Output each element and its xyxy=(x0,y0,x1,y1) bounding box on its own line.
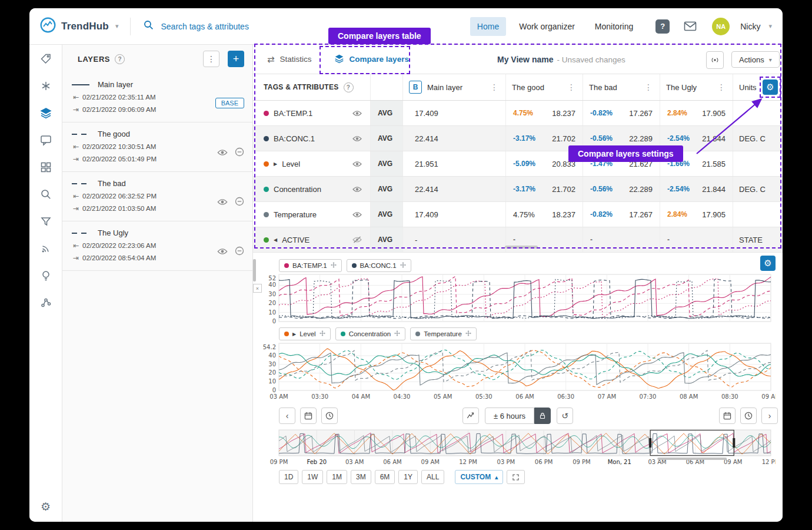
zoom-all-button[interactable]: ALL xyxy=(421,470,444,484)
comments-icon[interactable] xyxy=(40,134,52,146)
topbar-right: Home Work organizer Monitoring ? NA Nick… xyxy=(470,17,772,36)
time-range-button[interactable]: ± 6 hours xyxy=(485,408,534,424)
nav-home[interactable]: Home xyxy=(470,17,506,36)
layers-icon[interactable] xyxy=(40,107,52,119)
avatar[interactable]: NA xyxy=(712,18,730,35)
visibility-toggle[interactable] xyxy=(352,110,362,117)
zoom-custom-button[interactable]: CUSTOM▴ xyxy=(455,470,503,484)
trend-chart-2[interactable]: 01020304054.203 AM03:3004 AM04:3005 AM05… xyxy=(255,341,776,402)
svg-text:09 AM: 09 AM xyxy=(724,459,742,465)
remove-layer-button[interactable] xyxy=(235,246,244,258)
search-panel-icon[interactable] xyxy=(40,188,52,200)
expand-range-button[interactable] xyxy=(507,470,525,484)
global-search[interactable] xyxy=(144,20,303,32)
interval-end-icon: ⇥ xyxy=(73,105,82,114)
brand-caret-icon[interactable]: ▾ xyxy=(115,22,119,30)
tab-statistics[interactable]: ⇄ Statistics xyxy=(267,54,312,65)
live-signal-icon[interactable] xyxy=(40,243,52,254)
lock-icon[interactable] xyxy=(534,408,551,424)
legend-chip[interactable]: ▶Level xyxy=(279,327,331,340)
clock-button[interactable] xyxy=(740,408,757,424)
column-menu-icon[interactable]: ⋮ xyxy=(716,82,727,92)
column-menu-icon[interactable]: ⋮ xyxy=(489,82,500,92)
collapse-caret-icon[interactable]: ◀ xyxy=(274,237,277,243)
visibility-toggle[interactable] xyxy=(352,161,362,167)
remove-layer-button[interactable] xyxy=(235,147,244,159)
column-menu-icon[interactable]: ⋮ xyxy=(643,82,654,92)
statistic-type[interactable]: AVG xyxy=(371,101,403,125)
drag-handle-icon[interactable] xyxy=(400,262,406,269)
column-header-the-ugly[interactable]: The Ugly ⋮ xyxy=(660,74,733,100)
tag-icon[interactable] xyxy=(40,53,52,65)
layer-item-the-bad[interactable]: The bad ⇤02/20/2022 06:32:52 PM ⇥02/21/2… xyxy=(62,172,252,221)
legend-chip[interactable]: BA:TEMP.1 xyxy=(279,259,342,272)
column-header-main-layer[interactable]: B Main layer ⋮ xyxy=(403,74,506,100)
expand-caret-icon[interactable]: ▶ xyxy=(274,161,277,167)
trend-compare-button[interactable] xyxy=(462,408,479,424)
legend-chip[interactable]: Concentration xyxy=(335,327,406,340)
visibility-toggle[interactable] xyxy=(352,135,362,142)
statistic-type[interactable]: AVG xyxy=(371,177,403,201)
legend-chip[interactable]: Temperature xyxy=(410,327,477,340)
table-horizontal-scrollbar[interactable] xyxy=(505,246,538,249)
zoom-6m-button[interactable]: 6M xyxy=(375,470,395,484)
layers-help-icon[interactable]: ? xyxy=(115,54,125,64)
zoom-1d-button[interactable]: 1D xyxy=(279,470,298,484)
zoom-1y-button[interactable]: 1Y xyxy=(398,470,418,484)
statistic-type[interactable]: AVG xyxy=(371,126,403,151)
tags-help-icon[interactable]: ? xyxy=(344,82,354,92)
column-header-the-good[interactable]: The good ⋮ xyxy=(506,74,583,100)
compare-layers-settings-button[interactable]: ⚙ xyxy=(763,80,778,95)
live-broadcast-button[interactable] xyxy=(706,51,724,69)
cluster-icon[interactable] xyxy=(40,80,52,92)
context-overview-strip[interactable]: 09 PMFeb 2003 AM06 AM09 AM12 PM03 PM06 P… xyxy=(255,429,776,466)
layer-visibility-toggle[interactable] xyxy=(217,148,228,158)
visibility-toggle-off[interactable] xyxy=(352,236,362,243)
layer-item-main[interactable]: Main layer ⇤02/21/2022 02:35:11 AM ⇥02/2… xyxy=(62,73,252,122)
add-layer-button[interactable]: + xyxy=(228,51,244,67)
tab-compare-layers[interactable]: Compare layers xyxy=(334,54,409,65)
drag-handle-icon[interactable] xyxy=(394,330,400,337)
scatter-icon[interactable] xyxy=(40,297,52,309)
calendar-button[interactable] xyxy=(719,408,736,424)
help-button[interactable]: ? xyxy=(655,19,670,34)
dashboard-icon[interactable] xyxy=(40,161,52,173)
history-button[interactable]: ↺ xyxy=(557,408,573,424)
column-menu-icon[interactable]: ⋮ xyxy=(566,82,577,92)
drag-handle-icon[interactable] xyxy=(465,330,471,337)
brand[interactable]: TrendHub ▾ xyxy=(40,17,118,35)
zoom-1m-button[interactable]: 1M xyxy=(327,470,347,484)
step-forward-button[interactable]: › xyxy=(761,408,778,424)
legend-chip[interactable]: BA:CONC.1 xyxy=(347,259,411,272)
nav-work-organizer[interactable]: Work organizer xyxy=(512,17,582,36)
chart-settings-button[interactable]: ⚙ xyxy=(760,256,776,271)
zoom-3m-button[interactable]: 3M xyxy=(351,470,371,484)
layers-menu-button[interactable]: ⋮ xyxy=(203,51,219,67)
drag-handle-icon[interactable] xyxy=(331,262,337,269)
visibility-toggle[interactable] xyxy=(352,211,362,218)
settings-icon[interactable]: ⚙ xyxy=(40,501,52,512)
lightbulb-icon[interactable] xyxy=(40,270,52,281)
drag-handle-icon[interactable] xyxy=(320,330,325,337)
column-header-the-bad[interactable]: The bad ⋮ xyxy=(583,74,660,100)
visibility-toggle[interactable] xyxy=(352,186,362,193)
layer-item-the-ugly[interactable]: The Ugly ⇤02/20/2022 02:23:06 AM ⇥02/20/… xyxy=(62,221,252,271)
tag-name: BA:TEMP.1 xyxy=(274,109,312,118)
mail-icon[interactable] xyxy=(684,21,697,31)
user-menu-caret-icon[interactable]: ▾ xyxy=(768,22,772,30)
layer-visibility-toggle[interactable] xyxy=(217,197,228,208)
trend-chart-1[interactable]: 01020304052 xyxy=(255,272,776,325)
nav-monitoring[interactable]: Monitoring xyxy=(588,17,640,36)
statistic-type[interactable]: AVG xyxy=(371,151,403,176)
search-input[interactable] xyxy=(159,21,303,32)
statistic-type[interactable]: AVG xyxy=(371,202,403,227)
filter-icon[interactable] xyxy=(40,216,52,227)
layer-item-the-good[interactable]: The good ⇤02/20/2022 10:30:51 AM ⇥02/20/… xyxy=(62,122,252,172)
statistic-type[interactable]: AVG xyxy=(371,227,403,252)
remove-layer-button[interactable] xyxy=(235,197,244,208)
zoom-1w-button[interactable]: 1W xyxy=(302,470,323,484)
layer-visibility-toggle[interactable] xyxy=(217,247,228,257)
svg-text:03 AM: 03 AM xyxy=(345,459,364,465)
svg-text:07:30: 07:30 xyxy=(640,393,657,400)
actions-button[interactable]: Actions ▾ xyxy=(731,51,780,68)
